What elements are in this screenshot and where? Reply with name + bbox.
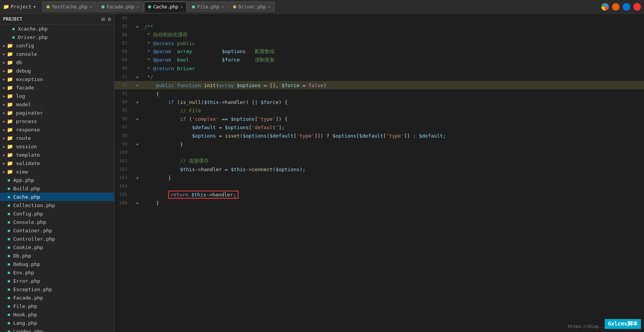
sidebar-item-driverphp[interactable]: ●Driver.php: [0, 33, 114, 41]
gutter-cell: [134, 64, 141, 73]
sidebar-item-template[interactable]: ▶📁template: [0, 151, 114, 159]
code-cell[interactable]: * @param bool $force 强制更新: [141, 56, 644, 64]
sidebar-item-config[interactable]: ▶📁config: [0, 41, 114, 50]
sidebar-item-collectionphp[interactable]: ●Collection.php: [0, 201, 114, 209]
code-cell[interactable]: // 连接缓存: [141, 157, 644, 165]
sidebar-item-view[interactable]: ▶📁view: [0, 167, 114, 176]
file-icon: ●: [8, 279, 10, 283]
code-cell[interactable]: $this->handler = $this->connect($options…: [141, 165, 644, 173]
sidebar-item-buildphp[interactable]: ●Build.php: [0, 184, 114, 193]
sidebar-item-envphp[interactable]: ●Env.php: [0, 268, 114, 277]
code-row: 89 * @param bool $force 强制更新: [114, 56, 644, 64]
sidebar-item-session[interactable]: ▶📁session: [0, 142, 114, 151]
tab-close-driver[interactable]: ×: [268, 5, 270, 9]
sidebar-item-errorphp[interactable]: ●Error.php: [0, 277, 114, 285]
code-cell[interactable]: /**: [141, 22, 644, 31]
sidebar-item-console[interactable]: ▶📁console: [0, 50, 114, 58]
sidebar-item-debug[interactable]: ▶📁debug: [0, 66, 114, 75]
sidebar-item-filephp[interactable]: ●File.php: [0, 302, 114, 310]
code-cell[interactable]: // File: [141, 106, 644, 115]
tab-facade[interactable]: Facade.php×: [97, 2, 143, 12]
sidebar-item-dbphp[interactable]: ●Db.php: [0, 251, 114, 260]
tab-close-cache[interactable]: ×: [180, 5, 183, 9]
tab-close-file[interactable]: ×: [222, 5, 224, 9]
code-row: 92◆ public function init(array $options …: [114, 81, 644, 89]
file-icon: ●: [8, 245, 10, 250]
code-cell[interactable]: * @return Driver: [141, 64, 644, 73]
code-cell[interactable]: * @param array $options 配置数组: [141, 47, 644, 56]
project-label[interactable]: 📁 Project ▾: [3, 4, 36, 10]
code-cell[interactable]: [141, 182, 644, 190]
tab-file[interactable]: File.php×: [188, 2, 228, 12]
code-cell[interactable]: * @access public: [141, 39, 644, 47]
gutter-cell: [134, 123, 141, 131]
sidebar[interactable]: Project ⊟ ⚙ ●Xcache.php●Driver.php▶📁conf…: [0, 14, 114, 332]
line-number: 91: [114, 73, 134, 81]
sidebar-item-response[interactable]: ▶📁response: [0, 125, 114, 134]
sidebar-item-validate[interactable]: ▶📁validate: [0, 159, 114, 167]
file-icon: ●: [8, 270, 10, 275]
tab-close-testcache[interactable]: ×: [90, 5, 92, 9]
sidebar-item-log[interactable]: ▶📁log: [0, 92, 114, 100]
code-cell[interactable]: [141, 148, 644, 157]
gutter-cell: [134, 157, 141, 165]
sidebar-item-db[interactable]: ▶📁db: [0, 58, 114, 66]
folder-arrow: ▶: [3, 44, 5, 48]
sidebar-item-configphp[interactable]: ●Config.php: [0, 209, 114, 218]
code-cell[interactable]: {: [141, 89, 644, 98]
sidebar-item-debugphp[interactable]: ●Debug.php: [0, 260, 114, 268]
editor-area[interactable]: 8485◆/**86 * 自动初始化缓存87 * @access public8…: [114, 14, 644, 332]
code-cell[interactable]: [141, 14, 644, 22]
folder-icon: 📁: [7, 102, 13, 107]
file-icon: ●: [8, 253, 10, 258]
code-cell[interactable]: return $this->handler;: [141, 190, 644, 199]
code-cell[interactable]: if ('complex' == $options['type']) {: [141, 115, 644, 123]
sidebar-item-route[interactable]: ▶📁route: [0, 134, 114, 142]
sidebar-item-xcachephp[interactable]: ●Xcache.php: [0, 24, 114, 33]
code-cell[interactable]: $options = isset($options[$default['type…: [141, 131, 644, 140]
tab-driver[interactable]: Driver.php×: [229, 2, 275, 12]
tab-close-facade[interactable]: ×: [137, 5, 139, 9]
sidebar-item-facade[interactable]: ▶📁facade: [0, 83, 114, 92]
sidebar-item-label: Config.php: [13, 211, 43, 217]
sidebar-item-facadephp[interactable]: ●Facade.php: [0, 293, 114, 302]
sidebar-item-loaderphp[interactable]: ●Loader.php: [0, 327, 114, 332]
code-cell[interactable]: }: [141, 199, 644, 207]
sidebar-item-cookiephp[interactable]: ●Cookie.php: [0, 243, 114, 251]
sidebar-item-cachephp[interactable]: ●Cache.php: [0, 193, 114, 201]
sidebar-item-label: Facade.php: [13, 295, 43, 301]
file-icon: ●: [8, 321, 10, 326]
tab-cache[interactable]: Cache.php×: [144, 2, 187, 12]
code-cell[interactable]: if (is_null($this->handler) || $force) {: [141, 98, 644, 106]
tab-label-file: File.php: [197, 4, 219, 10]
sidebar-item-appphp[interactable]: ●App.php: [0, 176, 114, 184]
sidebar-item-langphp[interactable]: ●Lang.php: [0, 319, 114, 327]
sidebar-item-label: Controller.php: [13, 236, 55, 242]
sidebar-item-hookphp[interactable]: ●Hook.php: [0, 310, 114, 319]
sidebar-item-paginator[interactable]: ▶📁paginator: [0, 109, 114, 117]
sidebar-item-label: response: [16, 127, 40, 133]
sidebar-item-model[interactable]: ▶📁model: [0, 100, 114, 109]
sidebar-item-label: exception: [16, 76, 43, 82]
code-cell[interactable]: public function init(array $options = []…: [141, 81, 644, 89]
sidebar-item-controllerphp[interactable]: ●Controller.php: [0, 235, 114, 243]
code-cell[interactable]: * 自动初始化缓存: [141, 31, 644, 39]
sidebar-item-label: Exception.php: [13, 287, 52, 292]
dropdown-arrow: ▾: [33, 4, 36, 10]
code-row: 102 $this->handler = $this->connect($opt…: [114, 165, 644, 173]
sidebar-item-process[interactable]: ▶📁process: [0, 117, 114, 125]
sidebar-item-exception[interactable]: ▶📁exception: [0, 75, 114, 83]
code-cell[interactable]: $default = $options['default'];: [141, 123, 644, 131]
code-cell[interactable]: }: [141, 140, 644, 148]
settings-icon: ⚙: [108, 16, 111, 22]
file-icon: ●: [8, 312, 10, 317]
tab-testcache[interactable]: TestCache.php×: [42, 2, 97, 12]
sidebar-title: Project: [3, 16, 23, 22]
sidebar-item-containerphp[interactable]: ●Container.php: [0, 226, 114, 235]
file-icon: ●: [8, 329, 10, 332]
code-cell[interactable]: */: [141, 73, 644, 81]
sidebar-item-exceptionphp[interactable]: ●Exception.php: [0, 285, 114, 293]
line-number: 92: [114, 81, 134, 89]
sidebar-item-consolephp[interactable]: ●Console.php: [0, 218, 114, 226]
code-cell[interactable]: }: [141, 173, 644, 182]
